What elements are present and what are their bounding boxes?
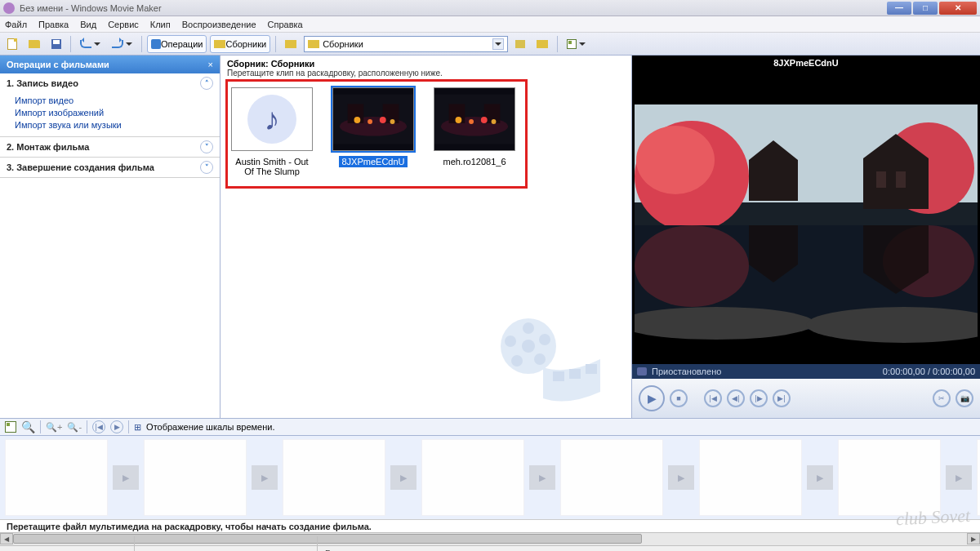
collection-combo-value: Сборники [323,39,363,49]
storyboard-slot[interactable] [838,439,941,516]
clip-item-video[interactable]: 8JXPmeECdnU [330,87,416,177]
task-section-title: 3. Завершение создания фильма [7,162,154,172]
toolbar: Операции Сборники Сборники [0,33,980,56]
menu-clip[interactable]: Клип [150,20,171,29]
prev-start-button[interactable]: |◀ [704,389,722,407]
collection-subtitle: Перетащите клип на раскадровку, располож… [227,69,625,78]
view-button[interactable] [563,35,590,53]
expand-icon[interactable]: ˅ [200,161,213,174]
storyboard-slot[interactable] [5,439,108,516]
zoom-in-icon[interactable]: 🔍+ [46,422,62,433]
clip-thumbnail [434,87,515,151]
prev-frame-button[interactable]: ◀| [727,389,745,407]
svg-rect-34 [876,171,886,188]
link-import-audio[interactable]: Импорт звука или музыки [15,119,213,131]
next-frame-button[interactable]: |▶ [750,389,768,407]
svg-point-21 [539,334,550,345]
new-button[interactable] [3,35,21,53]
snapshot-button[interactable]: 📷 [956,389,973,407]
clip-item-video[interactable]: meh.ro12081_6 [431,87,518,177]
toolbar-separator [40,420,41,433]
play-timeline-icon[interactable]: ▶ [110,420,123,433]
menu-file[interactable]: Файл [5,20,27,29]
preview-monitor[interactable] [632,70,980,364]
collection-combo[interactable]: Сборники [304,36,508,52]
close-button[interactable]: ✕ [939,2,977,15]
transition-slot[interactable]: ▶ [663,439,699,516]
save-button[interactable] [47,35,65,53]
storyboard-slot[interactable] [977,439,980,516]
new-folder-button[interactable] [532,35,552,53]
storyboard[interactable]: ▶ ▶ ▶ ▶ ▶ ▶ ▶ [0,436,980,519]
storyboard-slot[interactable] [283,439,385,516]
timeline-view-label[interactable]: Отображение шкалы времени. [146,422,274,432]
link-import-images[interactable]: Импорт изображений [15,107,213,119]
redo-button[interactable] [108,35,136,53]
next-end-button[interactable]: ▶| [773,389,791,407]
timeline-icon[interactable]: ⊞ [134,422,141,433]
task-pane-header: Операции с фильмами × [0,56,220,73]
tasks-toggle[interactable]: Операции [147,35,207,53]
preview-title: 8JXPmeECdnU [632,56,980,70]
task-section-header[interactable]: 1. Запись видео ˄ [0,73,220,93]
task-pane-title: Операции с фильмами [7,60,109,69]
status-text: Готово [325,549,353,552]
menu-edit[interactable]: Правка [38,20,69,29]
zoom-out-icon[interactable]: 🔍- [67,422,82,433]
transition-slot[interactable]: ▶ [941,439,977,516]
task-pane-close-icon[interactable]: × [208,60,213,69]
scroll-left-button[interactable]: ◀ [0,533,13,544]
menu-tools[interactable]: Сервис [108,20,139,29]
toolbar-separator [70,36,71,52]
maximize-button[interactable]: □ [913,2,938,15]
storyboard-slot[interactable] [144,439,247,516]
split-button[interactable]: ✂ [933,389,951,407]
play-icon: ▶ [668,465,694,490]
rewind-icon[interactable]: |◀ [92,420,105,433]
menu-help[interactable]: Справка [268,20,303,29]
transition-slot[interactable]: ▶ [108,439,144,516]
task-section-header[interactable]: 2. Монтаж фильма ˅ [0,137,220,157]
expand-icon[interactable]: ˅ [200,140,213,153]
open-button[interactable] [24,35,44,53]
location-button[interactable] [281,35,301,53]
play-icon: ▶ [946,465,972,490]
clip-label: 8JXPmeECdnU [339,156,407,167]
transition-slot[interactable]: ▶ [385,439,421,516]
svg-point-23 [511,355,523,367]
collapse-icon[interactable]: ˄ [200,77,213,90]
redo-icon [112,40,123,48]
link-import-video[interactable]: Импорт видео [15,95,213,107]
storyboard-slot[interactable] [699,439,802,516]
scroll-right-button[interactable]: ▶ [967,533,980,544]
transition-slot[interactable]: ▶ [247,439,283,516]
stop-button[interactable]: ■ [670,389,688,407]
menu-view[interactable]: Вид [80,20,96,29]
transition-slot[interactable]: ▶ [524,439,560,516]
view-icon [567,39,577,49]
storyboard-slot[interactable] [560,439,663,516]
clip-item-audio[interactable]: ♪ Austin Smith - Out Of The Slump [229,87,315,177]
svg-point-32 [636,126,715,194]
storyboard-slot[interactable] [421,439,524,516]
menu-play[interactable]: Воспроизведение [182,20,256,29]
undo-icon [80,40,91,48]
up-level-button[interactable] [511,35,529,53]
horizontal-scrollbar[interactable]: ◀ ▶ [0,532,980,545]
scrollbar-thumb[interactable] [13,534,642,544]
chevron-down-icon[interactable] [492,38,504,50]
play-button[interactable]: ▶ [639,385,665,411]
storyboard-view-icon[interactable] [5,421,16,433]
collections-toggle[interactable]: Сборники [210,35,270,53]
titlebar: Без имени - Windows Movie Maker — □ ✕ [0,0,980,16]
task-section-title: 2. Монтаж фильма [7,142,89,152]
task-section-capture: 1. Запись видео ˄ Импорт видео Импорт из… [0,73,220,137]
task-section-header[interactable]: 3. Завершение создания фильма ˅ [0,158,220,177]
minimize-button[interactable]: — [887,2,911,15]
transition-slot[interactable]: ▶ [802,439,838,516]
undo-button[interactable] [76,35,105,53]
collection-body[interactable]: ♪ Austin Smith - Out Of The Slump 8JXPme… [220,79,631,418]
folder-icon [214,40,225,48]
toolbar-separator [557,36,558,52]
search-icon[interactable]: 🔍 [21,420,35,433]
